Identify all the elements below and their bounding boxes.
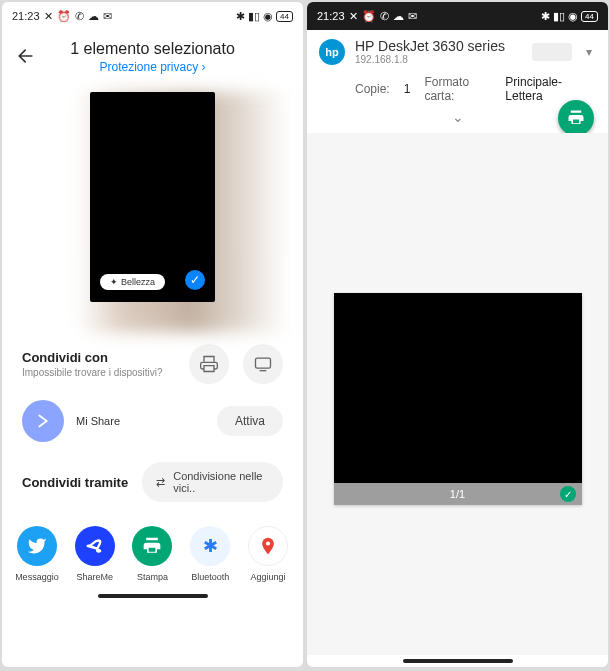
copies-value[interactable]: 1	[404, 82, 411, 96]
bluetooth-icon: ✱	[541, 10, 550, 23]
svg-point-1	[266, 541, 270, 545]
share-via-title: Condividi tramite	[22, 475, 128, 490]
share-via-section: Condividi tramite ⇄ Condivisione nelle v…	[2, 452, 303, 512]
status-time: 21:23	[317, 10, 345, 22]
share-with-subtitle[interactable]: Impossibile trovare i dispositivi?	[22, 367, 163, 378]
alarm-icon: ⏰	[362, 10, 376, 23]
printer-selector[interactable]: hp HP DeskJet 3630 series 192.168.1.8 ▾	[319, 38, 596, 65]
svg-rect-0	[256, 358, 271, 368]
copies-label: Copie:	[355, 82, 390, 96]
paper-value[interactable]: Principale-Lettera	[505, 75, 586, 103]
status-time: 21:23	[12, 10, 40, 22]
page-image	[334, 293, 582, 483]
mishare-activate-button[interactable]: Attiva	[217, 406, 283, 436]
printer-name: HP DeskJet 3630 series	[355, 38, 522, 54]
paper-label: Formato carta:	[424, 75, 491, 103]
share-with-section: Condividi con Impossibile trovare i disp…	[2, 332, 303, 390]
app-twitter[interactable]: Messaggio	[8, 526, 66, 582]
printer-status-box	[532, 43, 572, 61]
app-bluetooth[interactable]: ✱ Bluetooth	[181, 526, 239, 582]
share-screen: 21:23 ✕ ⏰ ✆ ☁ ✉ ✱ ▮▯ ◉ 44 1 elemento sel…	[2, 2, 303, 667]
signal-icon: ▮▯	[553, 10, 565, 23]
chevron-down-icon[interactable]: ▾	[582, 45, 596, 59]
battery-icon: 44	[581, 11, 598, 22]
hp-logo-icon: hp	[319, 39, 345, 65]
wand-icon: ✦	[110, 277, 118, 287]
app-print[interactable]: Stampa	[124, 526, 182, 582]
app-add[interactable]: Aggiungi	[239, 526, 297, 582]
cloud-icon: ☁	[393, 10, 404, 23]
home-indicator[interactable]	[98, 594, 208, 598]
status-bar: 21:23 ✕ ⏰ ✆ ☁ ✉ ✱ ▮▯ ◉ 44	[2, 2, 303, 30]
selected-check-icon[interactable]: ✓	[185, 270, 205, 290]
alarm-icon: ⏰	[57, 10, 71, 23]
page-indicator: 1/1	[450, 488, 465, 500]
bluetooth-icon: ✱	[236, 10, 245, 23]
mishare-label: Mi Share	[76, 415, 205, 427]
photo-thumbnail[interactable]: ✦ Bellezza ✓	[90, 92, 215, 302]
shareme-icon	[75, 526, 115, 566]
status-bar: 21:23 ✕ ⏰ ✆ ☁ ✉ ✱ ▮▯ ◉ 44	[307, 2, 608, 30]
privacy-link[interactable]: Protezione privacy ›	[16, 60, 289, 74]
print-fab-button[interactable]	[558, 100, 594, 136]
selected-image-preview: ✦ Bellezza ✓	[2, 92, 303, 332]
battery-icon: 44	[276, 11, 293, 22]
header: 1 elemento selezionato Protezione privac…	[2, 30, 303, 80]
expand-settings-button[interactable]: ⌄	[319, 107, 596, 129]
dnd-icon: ✕	[349, 10, 358, 23]
mail-icon: ✉	[103, 10, 112, 23]
home-indicator[interactable]	[403, 659, 513, 663]
bluetooth-app-icon: ✱	[190, 526, 230, 566]
signal-icon: ▮▯	[248, 10, 260, 23]
print-screen: 21:23 ✕ ⏰ ✆ ☁ ✉ ✱ ▮▯ ◉ 44 hp HP DeskJet …	[307, 2, 608, 667]
beauty-pill[interactable]: ✦ Bellezza	[100, 274, 165, 290]
app-shareme[interactable]: ShareMe	[66, 526, 124, 582]
print-device-button[interactable]	[189, 344, 229, 384]
page-footer: 1/1 ✓	[334, 483, 582, 505]
wifi-icon: ◉	[263, 10, 273, 23]
printer-ip: 192.168.1.8	[355, 54, 522, 65]
nearby-share-button[interactable]: ⇄ Condivisione nelle vici..	[142, 462, 283, 502]
dnd-icon: ✕	[44, 10, 53, 23]
print-settings-row: Copie: 1 Formato carta: Principale-Lette…	[319, 65, 596, 107]
mishare-icon	[22, 400, 64, 442]
page-selected-check-icon[interactable]: ✓	[560, 486, 576, 502]
whatsapp-icon: ✆	[380, 10, 389, 23]
print-icon	[132, 526, 172, 566]
mishare-row: Mi Share Attiva	[2, 390, 303, 452]
wifi-icon: ◉	[568, 10, 578, 23]
chevron-right-icon: ›	[202, 60, 206, 74]
cast-device-button[interactable]	[243, 344, 283, 384]
print-preview-area: 1/1 ✓	[307, 133, 608, 655]
mail-icon: ✉	[408, 10, 417, 23]
page-preview[interactable]: 1/1 ✓	[334, 293, 582, 505]
nearby-icon: ⇄	[156, 476, 165, 489]
page-title: 1 elemento selezionato	[16, 40, 289, 58]
cloud-icon: ☁	[88, 10, 99, 23]
whatsapp-icon: ✆	[75, 10, 84, 23]
share-with-title: Condividi con	[22, 350, 163, 365]
twitter-icon	[17, 526, 57, 566]
google-maps-icon	[248, 526, 288, 566]
app-share-row: Messaggio ShareMe Stampa ✱ Bluetooth Agg…	[2, 512, 303, 590]
